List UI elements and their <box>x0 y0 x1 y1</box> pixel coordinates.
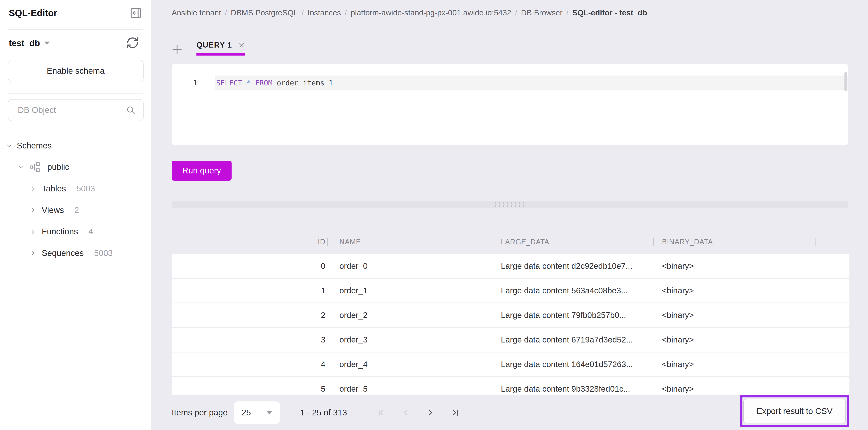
tree-node-count: 5003 <box>94 248 113 258</box>
cell-binary-data: <binary> <box>654 261 816 271</box>
table-row[interactable]: 0 order_0 Large data content d2c92edb10e… <box>172 254 849 278</box>
first-page-button[interactable] <box>376 408 386 417</box>
breadcrumb-item[interactable]: Ansible tenant <box>172 8 221 17</box>
cell-id: 2 <box>172 311 328 320</box>
tree-node-views[interactable]: Views 2 <box>0 203 79 217</box>
cell-empty <box>816 328 849 352</box>
chevron-right-icon <box>29 185 36 192</box>
pagination-nav <box>376 408 460 417</box>
cell-large-data: Large data content 563a4c08be3... <box>492 286 654 295</box>
add-query-tab-button[interactable] <box>170 43 184 56</box>
cell-name: order_2 <box>328 311 492 320</box>
code-line[interactable]: 1 SELECT * FROM order_items_1 <box>172 76 848 90</box>
tree-node-label: Views <box>42 205 64 215</box>
tree-node-label: Sequences <box>42 248 84 258</box>
cell-large-data: Large data content 9b3328fed01c... <box>492 384 654 394</box>
enable-schema-button[interactable]: Enable schema <box>8 60 144 82</box>
chevron-down-icon <box>6 142 13 149</box>
cell-binary-data: <binary> <box>654 311 816 320</box>
main-content: Ansible tenant/DBMS PostgreSQL/Instances… <box>151 0 868 430</box>
table-row[interactable]: 2 order_2 Large data content 79fb0b257b0… <box>172 303 849 327</box>
cell-id: 3 <box>172 335 328 344</box>
code-token <box>251 79 255 87</box>
cell-large-data: Large data content 164e01d57263... <box>492 360 654 369</box>
column-header-binary-data[interactable]: BINARY_DATA <box>654 230 816 254</box>
results-table-header: ID NAME LARGE_DATA BINARY_DATA <box>172 230 849 254</box>
editor-scrollbar[interactable] <box>844 72 847 91</box>
results-table-body: 0 order_0 Large data content d2c92edb10e… <box>172 254 849 395</box>
sidebar-divider <box>8 29 143 30</box>
items-per-page-value: 25 <box>242 408 251 418</box>
next-page-button[interactable] <box>426 408 435 417</box>
breadcrumb-separator: / <box>566 8 568 17</box>
column-header-id[interactable]: ID <box>172 230 328 254</box>
refresh-icon <box>126 36 140 50</box>
database-selector[interactable]: test_db <box>9 37 50 50</box>
previous-page-button[interactable] <box>401 408 410 417</box>
code-token: * <box>247 79 251 87</box>
pagination-range: 1 - 25 of 313 <box>300 408 347 418</box>
tree-node-count: 2 <box>74 205 79 215</box>
cell-name: order_0 <box>328 261 492 271</box>
plus-icon <box>170 43 184 56</box>
cell-id: 0 <box>172 261 328 271</box>
cell-binary-data: <binary> <box>654 384 816 394</box>
tree-node-label: Tables <box>42 184 66 194</box>
drag-handle-icon[interactable] <box>495 202 525 207</box>
breadcrumb-separator: / <box>225 8 227 17</box>
tree-node-tables[interactable]: Tables 5003 <box>0 182 95 196</box>
table-row[interactable]: 3 order_3 Large data content 6719a7d3ed5… <box>172 328 849 352</box>
page-first-icon <box>376 408 386 417</box>
cell-id: 4 <box>172 360 328 369</box>
column-header-name[interactable]: NAME <box>328 230 492 254</box>
cell-name: order_4 <box>328 360 492 369</box>
cell-empty <box>816 254 849 278</box>
column-header-large-data[interactable]: LARGE_DATA <box>492 230 654 254</box>
table-row[interactable]: 4 order_4 Large data content 164e01d5726… <box>172 352 849 376</box>
breadcrumb: Ansible tenant/DBMS PostgreSQL/Instances… <box>172 8 647 17</box>
items-per-page-select[interactable]: 25 <box>234 401 280 424</box>
table-row[interactable]: 1 order_1 Large data content 563a4c08be3… <box>172 279 849 303</box>
refresh-schema-button[interactable] <box>126 36 140 50</box>
search-icon <box>126 105 135 115</box>
column-header-empty <box>816 230 849 254</box>
sql-editor[interactable]: 1 SELECT * FROM order_items_1 <box>172 64 848 145</box>
sql-code[interactable]: SELECT * FROM order_items_1 <box>215 76 848 90</box>
cell-binary-data: <binary> <box>654 286 816 295</box>
cell-large-data: Large data content 79fb0b257b0... <box>492 311 654 320</box>
breadcrumb-separator: / <box>515 8 517 17</box>
breadcrumb-item[interactable]: DBMS PostgreSQL <box>231 8 298 17</box>
cell-id: 1 <box>172 286 328 295</box>
close-tab-button[interactable] <box>238 41 245 49</box>
caret-down-icon <box>44 41 50 45</box>
tree-node-public[interactable]: public <box>0 160 69 174</box>
collapse-panel-icon <box>129 6 143 20</box>
db-object-search-input[interactable] <box>8 99 144 121</box>
page-last-icon <box>451 408 460 417</box>
tree-node-schemes[interactable]: Schemes <box>0 139 52 153</box>
page-next-icon <box>426 408 435 417</box>
table-row[interactable]: 5 order_5 Large data content 9b3328fed01… <box>172 377 849 395</box>
last-page-button[interactable] <box>451 408 460 417</box>
db-object-search <box>8 99 144 121</box>
cell-empty <box>816 377 849 395</box>
run-query-button[interactable]: Run query <box>172 161 231 181</box>
tab-query-1[interactable]: QUERY 1 <box>196 41 245 56</box>
breadcrumb-separator: / <box>302 8 304 17</box>
chevron-right-icon <box>29 228 36 235</box>
breadcrumb-item[interactable]: platform-awide-stand-pg-px-001.awide.io:… <box>351 8 511 17</box>
chevron-down-icon <box>18 164 25 171</box>
export-button-highlight: Export result to CSV <box>740 395 849 427</box>
line-number: 1 <box>172 76 215 90</box>
code-token <box>242 79 247 87</box>
breadcrumb-item[interactable]: Instances <box>308 8 341 17</box>
tree-node-functions[interactable]: Functions 4 <box>0 225 93 238</box>
tree-node-sequences[interactable]: Sequences 5003 <box>0 246 113 260</box>
panel-splitter[interactable] <box>172 201 848 208</box>
collapse-sidebar-button[interactable] <box>129 6 143 20</box>
export-csv-button[interactable]: Export result to CSV <box>743 399 846 423</box>
cell-empty <box>816 352 849 376</box>
tree-node-count: 5003 <box>76 184 95 194</box>
breadcrumb-item[interactable]: DB Browser <box>521 8 563 17</box>
breadcrumb-separator: / <box>345 8 347 17</box>
